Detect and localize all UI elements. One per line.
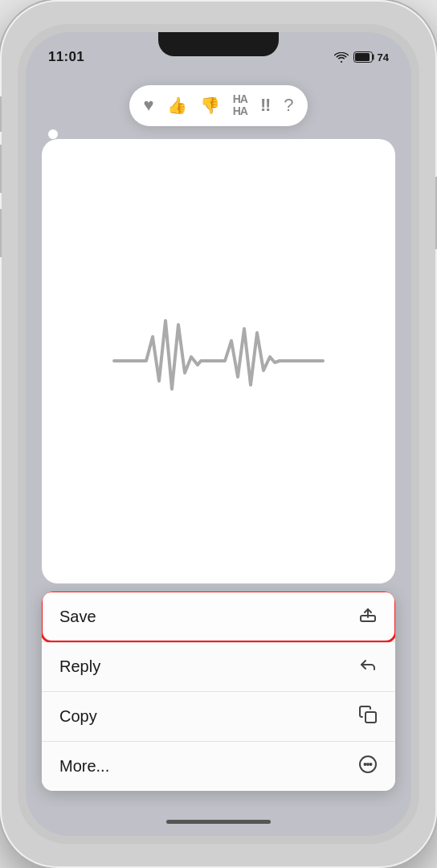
haha-reaction[interactable]: HAHA [233,93,247,118]
reaction-bar: ♥ 👍 👎 HAHA ‼ ? [129,85,308,126]
svg-rect-1 [355,53,370,61]
more-menu-item[interactable]: More... [42,742,395,791]
screen: 11:01 [26,32,411,836]
battery-icon: 74 [353,51,389,63]
heart-reaction[interactable]: ♥ [144,95,154,116]
copy-icon [358,705,378,728]
save-icon [358,604,378,628]
mute-button[interactable] [0,96,2,132]
home-bar [166,820,271,824]
notch [158,32,279,56]
thumbs-down-reaction[interactable]: 👎 [200,96,220,115]
status-icons: 74 [334,51,389,63]
phone-frame: 11:01 [0,0,437,868]
more-label: More... [59,757,109,776]
question-reaction[interactable]: ? [284,95,293,116]
more-icon [358,755,378,778]
wifi-icon [334,52,349,63]
status-time: 11:01 [48,49,84,65]
svg-point-7 [367,764,369,765]
home-indicator [26,807,411,836]
svg-rect-4 [366,712,376,723]
svg-point-6 [365,764,366,765]
emphasize-reaction[interactable]: ‼ [260,95,271,116]
phone-body: 11:01 [18,24,419,844]
svg-point-8 [370,764,372,765]
copy-label: Copy [59,707,97,726]
waveform-icon [106,313,331,409]
reply-menu-item[interactable]: Reply [42,642,395,692]
battery-percent: 74 [378,51,389,63]
context-menu: Save Reply [42,592,395,791]
copy-menu-item[interactable]: Copy [42,692,395,742]
reply-icon [358,655,378,678]
audio-message-bubble[interactable] [42,139,395,583]
save-menu-item[interactable]: Save [42,592,395,642]
content-area: ♥ 👍 👎 HAHA ‼ ? [26,71,411,807]
volume-down-button[interactable] [0,209,2,257]
reply-label: Reply [59,657,100,676]
thumbs-up-reaction[interactable]: 👍 [167,96,187,115]
save-label: Save [59,608,96,626]
volume-up-button[interactable] [0,145,2,193]
bubble-tail [48,129,58,139]
